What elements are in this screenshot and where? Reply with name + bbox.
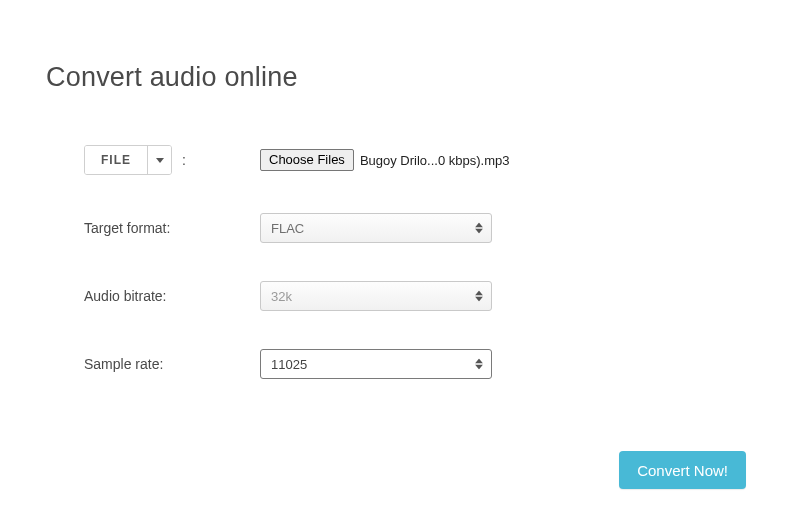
caret-down-icon <box>156 158 164 163</box>
sample-rate-select[interactable]: 11025 <box>260 349 492 379</box>
choose-files-button[interactable]: Choose Files <box>260 149 354 171</box>
target-format-select[interactable]: FLAC <box>260 213 492 243</box>
selected-filename: Bugoy Drilo...0 kbps).mp3 <box>360 153 510 168</box>
file-dropdown-caret[interactable] <box>147 146 171 174</box>
convert-now-button[interactable]: Convert Now! <box>619 451 746 489</box>
page-title: Convert audio online <box>0 0 800 93</box>
file-row: FILE : Choose Files Bugoy Drilo...0 kbps… <box>84 145 800 175</box>
audio-bitrate-select[interactable]: 32k <box>260 281 492 311</box>
audio-bitrate-label: Audio bitrate: <box>84 288 260 304</box>
audio-bitrate-row: Audio bitrate: 32k <box>84 281 800 311</box>
target-format-row: Target format: FLAC <box>84 213 800 243</box>
form-area: FILE : Choose Files Bugoy Drilo...0 kbps… <box>0 93 800 379</box>
file-input-wrapper: Choose Files Bugoy Drilo...0 kbps).mp3 <box>260 149 509 171</box>
file-colon: : <box>182 152 186 168</box>
target-format-value: FLAC <box>271 221 304 236</box>
file-button[interactable]: FILE <box>85 146 147 174</box>
audio-bitrate-value: 32k <box>271 289 292 304</box>
sample-rate-row: Sample rate: 11025 <box>84 349 800 379</box>
file-source-split-button[interactable]: FILE <box>84 145 172 175</box>
sample-rate-label: Sample rate: <box>84 356 260 372</box>
sample-rate-value: 11025 <box>271 357 307 372</box>
updown-icon <box>475 223 483 234</box>
target-format-label: Target format: <box>84 220 260 236</box>
updown-icon <box>475 291 483 302</box>
updown-icon <box>475 359 483 370</box>
